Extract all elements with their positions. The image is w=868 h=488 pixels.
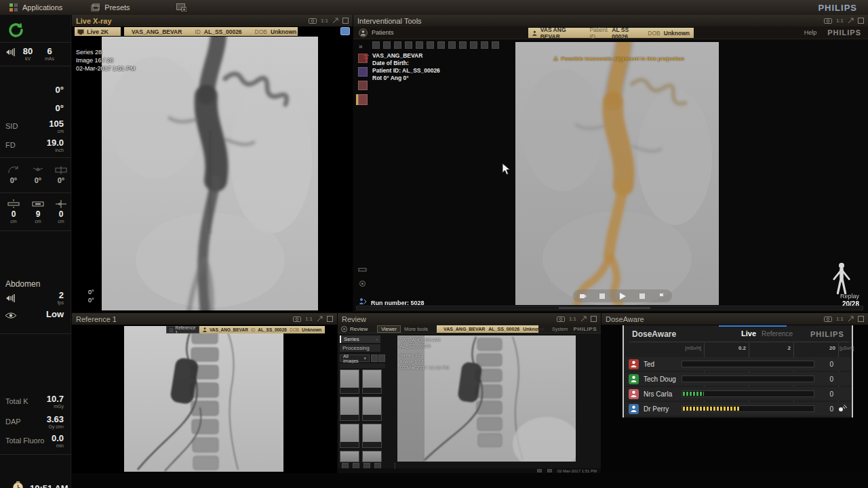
one-to-one-button[interactable]: 1:1 <box>836 18 844 24</box>
tool-icon-overlay-active[interactable] <box>358 94 368 105</box>
restore-icon[interactable] <box>332 18 338 24</box>
dosimeter-sensor-icon[interactable] <box>837 405 847 413</box>
reference-patient-banner[interactable]: VAS_ANG_BEVAR ID AL_SS_00026 DOB Unknown <box>199 326 325 333</box>
interventional-titlebar[interactable]: Interventional Tools 1:1 <box>353 15 868 26</box>
series-section-button[interactable]: Series <box>340 336 380 343</box>
chevron-down-icon: ▾ <box>363 356 366 361</box>
status-icon-network <box>537 469 542 472</box>
reference-titlebar[interactable]: Reference 1 1:1 <box>72 313 337 325</box>
tool-icon-3d[interactable] <box>358 67 368 77</box>
toolbar-icon-8[interactable] <box>448 41 456 49</box>
tool-icon-operator[interactable] <box>358 296 367 305</box>
series-thumbnail[interactable] <box>340 451 359 462</box>
frame-scrollbar-thumb[interactable] <box>559 307 650 309</box>
reference-tab[interactable]: Reference 1 <box>166 326 199 333</box>
add-bookmark-icon[interactable] <box>579 293 587 300</box>
series-thumbnail[interactable] <box>340 369 359 394</box>
filter-button-2[interactable] <box>378 354 385 362</box>
review-patient-banner[interactable]: VAS_ANG_BEVAR AL_SS_00026 Unknown <box>437 325 538 333</box>
series-thumbnail[interactable] <box>362 369 382 394</box>
one-to-one-button[interactable]: 1:1 <box>569 316 576 322</box>
snapshot-icon[interactable] <box>557 316 565 322</box>
dose-level-value[interactable]: Low <box>46 309 64 319</box>
doseaware-tab-live[interactable]: Live <box>741 329 756 338</box>
series-thumbnail[interactable] <box>362 396 382 421</box>
play-icon[interactable] <box>618 292 627 300</box>
kv-value: 80 <box>19 46 37 56</box>
maximize-icon[interactable] <box>858 18 864 24</box>
system-menu[interactable]: System <box>552 327 568 331</box>
interventional-image[interactable]: ⚠ Possible inaccurate alignment in this … <box>515 42 719 305</box>
live-xray-titlebar[interactable]: Live X-ray 1:1 <box>72 15 353 26</box>
tab-more-tools[interactable]: More tools <box>401 325 431 333</box>
live-patient-banner[interactable]: VAS_ANG_BEVAR ID AL_SS_00026 DOB Unknown <box>124 27 298 36</box>
one-to-one-button[interactable]: 1:1 <box>836 316 844 322</box>
ma-value: 6 <box>41 46 58 56</box>
maximize-icon[interactable] <box>858 316 864 322</box>
toolbar-icon-2[interactable] <box>383 41 391 49</box>
screen-capture-icon <box>176 3 186 12</box>
protocol-name[interactable]: Abdomen <box>5 279 40 289</box>
next-frame-icon[interactable] <box>639 293 646 300</box>
toolbar-icon-7[interactable] <box>437 41 445 49</box>
snapshot-tool-button[interactable] <box>176 3 186 12</box>
flag-icon[interactable] <box>658 293 666 300</box>
live-2k-tab[interactable]: Live 2K <box>75 27 121 36</box>
sidebar-expand-chevrons[interactable]: » <box>359 43 363 50</box>
one-to-one-button[interactable]: 1:1 <box>321 18 328 24</box>
doseaware-tab-reference[interactable]: Reference <box>762 330 793 338</box>
dose-row-nrs-carla[interactable]: Nrs Carla 0 <box>625 387 851 401</box>
snapshot-icon[interactable] <box>824 18 832 24</box>
toolbar-icon-9[interactable] <box>459 41 467 49</box>
reference-tab-label: Reference 1 <box>175 325 196 335</box>
frame-scrollbar[interactable] <box>356 306 863 310</box>
toolbar-icon-1[interactable] <box>372 41 380 49</box>
maximize-icon[interactable] <box>327 316 333 322</box>
tab-viewer[interactable]: Viewer <box>377 325 401 333</box>
toolbar-icon-4[interactable] <box>405 41 412 49</box>
previous-frame-icon[interactable] <box>599 293 606 300</box>
live-xray-image[interactable] <box>102 37 318 310</box>
help-button[interactable]: Help <box>804 29 817 36</box>
snapshot-icon[interactable] <box>309 18 317 24</box>
series-thumbnail[interactable] <box>362 451 382 462</box>
snapshot-icon[interactable] <box>824 316 832 322</box>
tool-icon-table[interactable] <box>358 265 367 274</box>
toolbar-icon-10[interactable] <box>470 41 477 49</box>
processing-section-button[interactable]: Processing <box>340 344 380 352</box>
reference-image[interactable]: Reference 1 VAS_ANG_BEVAR ID AL_SS_00026… <box>124 326 283 472</box>
restore-icon[interactable] <box>848 316 854 322</box>
one-to-one-button[interactable]: 1:1 <box>305 316 313 322</box>
snapshot-icon[interactable] <box>293 316 301 322</box>
review-app-button[interactable]: Review <box>341 326 368 332</box>
interventional-patient-banner[interactable]: VAS ANG BEVAR Patient ID AL SS 00026 DOB… <box>528 28 694 38</box>
transfer-monitor-icon[interactable] <box>340 27 350 35</box>
toolbar-icon-11[interactable] <box>481 41 488 49</box>
tool-icon-settings[interactable] <box>358 279 367 287</box>
maximize-icon[interactable] <box>591 316 597 322</box>
filter-button-1[interactable] <box>371 354 378 362</box>
image-filter-dropdown[interactable]: All images▾ <box>340 354 370 362</box>
dose-row-ted[interactable]: Ted 0 <box>625 357 851 371</box>
maximize-icon[interactable] <box>342 18 349 24</box>
series-thumbnail[interactable] <box>340 424 359 448</box>
patients-button[interactable]: Patients <box>359 28 394 37</box>
review-titlebar[interactable]: Review 1:1 <box>338 313 601 325</box>
toolbar-icon-5[interactable] <box>416 41 423 49</box>
restore-icon[interactable] <box>580 316 587 322</box>
restore-icon[interactable] <box>317 316 323 322</box>
tool-icon-roadmap[interactable] <box>358 81 368 90</box>
toolbar-icon-3[interactable] <box>394 41 401 49</box>
toolbar-icon-12[interactable] <box>492 41 499 49</box>
doseaware-titlebar[interactable]: DoseAware 1:1 <box>601 313 868 325</box>
series-thumbnail[interactable] <box>340 396 359 421</box>
person-badge-icon <box>629 374 639 384</box>
restore-icon[interactable] <box>848 18 854 24</box>
toolbar-icon-6[interactable] <box>427 41 434 49</box>
dose-row-dr-perry[interactable]: Dr Perry 0 <box>625 402 851 415</box>
applications-button[interactable]: Applications <box>9 3 62 12</box>
presets-button[interactable]: Presets <box>91 3 130 12</box>
dose-row-tech-doug[interactable]: Tech Doug 0 <box>625 372 851 386</box>
series-thumbnail[interactable] <box>362 424 382 448</box>
dose-bar-track <box>682 390 814 397</box>
